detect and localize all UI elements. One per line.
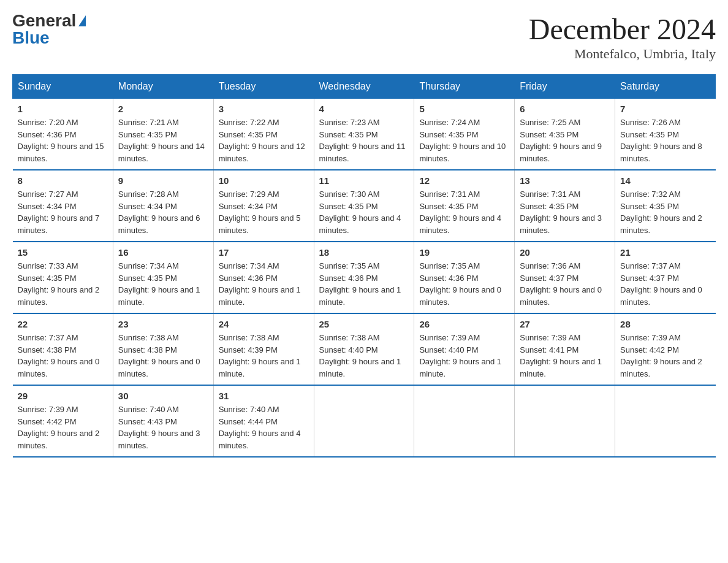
- calendar-cell: [515, 385, 615, 457]
- day-number: 17: [219, 247, 309, 258]
- calendar-cell: [615, 385, 716, 457]
- logo-blue-text: Blue: [12, 29, 50, 47]
- calendar-cell: 12 Sunrise: 7:31 AMSunset: 4:35 PMDaylig…: [414, 170, 515, 242]
- calendar-cell: 2 Sunrise: 7:21 AMSunset: 4:35 PMDayligh…: [113, 99, 213, 170]
- page-header: General Blue December 2024 Montefalco, U…: [12, 12, 716, 62]
- day-info: Sunrise: 7:26 AMSunset: 4:35 PMDaylight:…: [620, 118, 702, 163]
- calendar-cell: 28 Sunrise: 7:39 AMSunset: 4:42 PMDaylig…: [615, 313, 716, 385]
- calendar-cell: [314, 385, 414, 457]
- day-info: Sunrise: 7:37 AMSunset: 4:38 PMDaylight:…: [18, 333, 100, 378]
- header-row: Sunday Monday Tuesday Wednesday Thursday…: [13, 75, 716, 99]
- calendar-body: 1 Sunrise: 7:20 AMSunset: 4:36 PMDayligh…: [13, 99, 716, 458]
- calendar-week-2: 8 Sunrise: 7:27 AMSunset: 4:34 PMDayligh…: [13, 170, 716, 242]
- day-number: 12: [419, 175, 509, 186]
- day-number: 10: [219, 175, 309, 186]
- day-info: Sunrise: 7:39 AMSunset: 4:41 PMDaylight:…: [520, 333, 602, 378]
- day-number: 11: [319, 175, 409, 186]
- location-subtitle: Montefalco, Umbria, Italy: [529, 46, 716, 62]
- day-info: Sunrise: 7:39 AMSunset: 4:40 PMDaylight:…: [419, 333, 501, 378]
- calendar-cell: 19 Sunrise: 7:35 AMSunset: 4:36 PMDaylig…: [414, 242, 515, 313]
- calendar-cell: 11 Sunrise: 7:30 AMSunset: 4:35 PMDaylig…: [314, 170, 414, 242]
- calendar-cell: 29 Sunrise: 7:39 AMSunset: 4:42 PMDaylig…: [13, 385, 113, 457]
- calendar-cell: 31 Sunrise: 7:40 AMSunset: 4:44 PMDaylig…: [213, 385, 314, 457]
- day-info: Sunrise: 7:39 AMSunset: 4:42 PMDaylight:…: [620, 333, 702, 378]
- header-saturday: Saturday: [615, 75, 716, 99]
- day-info: Sunrise: 7:40 AMSunset: 4:44 PMDaylight:…: [219, 405, 301, 450]
- day-number: 26: [419, 319, 509, 329]
- day-info: Sunrise: 7:38 AMSunset: 4:38 PMDaylight:…: [118, 333, 200, 378]
- day-number: 3: [219, 104, 309, 114]
- day-number: 28: [620, 319, 710, 329]
- logo-general-text: General: [12, 12, 76, 29]
- day-number: 21: [620, 247, 710, 258]
- day-info: Sunrise: 7:30 AMSunset: 4:35 PMDaylight:…: [319, 190, 401, 235]
- calendar-week-3: 15 Sunrise: 7:33 AMSunset: 4:35 PMDaylig…: [13, 242, 716, 313]
- calendar-cell: 25 Sunrise: 7:38 AMSunset: 4:40 PMDaylig…: [314, 313, 414, 385]
- day-number: 9: [118, 175, 208, 186]
- day-number: 18: [319, 247, 409, 258]
- calendar-cell: 15 Sunrise: 7:33 AMSunset: 4:35 PMDaylig…: [13, 242, 113, 313]
- title-area: December 2024 Montefalco, Umbria, Italy: [529, 12, 716, 62]
- logo: General Blue: [12, 12, 86, 47]
- day-info: Sunrise: 7:31 AMSunset: 4:35 PMDaylight:…: [419, 190, 501, 235]
- calendar-cell: 10 Sunrise: 7:29 AMSunset: 4:34 PMDaylig…: [213, 170, 314, 242]
- day-info: Sunrise: 7:34 AMSunset: 4:35 PMDaylight:…: [118, 261, 200, 307]
- day-info: Sunrise: 7:25 AMSunset: 4:35 PMDaylight:…: [520, 118, 602, 163]
- calendar-cell: 9 Sunrise: 7:28 AMSunset: 4:34 PMDayligh…: [113, 170, 213, 242]
- day-info: Sunrise: 7:37 AMSunset: 4:37 PMDaylight:…: [620, 261, 702, 307]
- day-number: 25: [319, 319, 409, 329]
- month-year-title: December 2024: [529, 12, 716, 46]
- calendar-cell: 16 Sunrise: 7:34 AMSunset: 4:35 PMDaylig…: [113, 242, 213, 313]
- calendar-cell: 23 Sunrise: 7:38 AMSunset: 4:38 PMDaylig…: [113, 313, 213, 385]
- day-number: 2: [118, 104, 208, 114]
- day-info: Sunrise: 7:40 AMSunset: 4:43 PMDaylight:…: [118, 405, 200, 450]
- day-info: Sunrise: 7:35 AMSunset: 4:36 PMDaylight:…: [419, 261, 501, 307]
- day-number: 24: [219, 319, 309, 329]
- day-info: Sunrise: 7:36 AMSunset: 4:37 PMDaylight:…: [520, 261, 602, 307]
- day-info: Sunrise: 7:20 AMSunset: 4:36 PMDaylight:…: [18, 118, 104, 163]
- day-info: Sunrise: 7:35 AMSunset: 4:36 PMDaylight:…: [319, 261, 401, 307]
- day-number: 20: [520, 247, 610, 258]
- day-number: 30: [118, 391, 208, 401]
- calendar-cell: 20 Sunrise: 7:36 AMSunset: 4:37 PMDaylig…: [515, 242, 615, 313]
- day-number: 4: [319, 104, 409, 114]
- day-info: Sunrise: 7:38 AMSunset: 4:39 PMDaylight:…: [219, 333, 301, 378]
- calendar-cell: 5 Sunrise: 7:24 AMSunset: 4:35 PMDayligh…: [414, 99, 515, 170]
- day-info: Sunrise: 7:38 AMSunset: 4:40 PMDaylight:…: [319, 333, 401, 378]
- calendar-cell: 6 Sunrise: 7:25 AMSunset: 4:35 PMDayligh…: [515, 99, 615, 170]
- day-number: 13: [520, 175, 610, 186]
- header-friday: Friday: [515, 75, 615, 99]
- day-number: 29: [18, 391, 108, 401]
- day-number: 14: [620, 175, 710, 186]
- calendar-table: Sunday Monday Tuesday Wednesday Thursday…: [12, 74, 716, 458]
- day-info: Sunrise: 7:31 AMSunset: 4:35 PMDaylight:…: [520, 190, 602, 235]
- calendar-cell: 1 Sunrise: 7:20 AMSunset: 4:36 PMDayligh…: [13, 99, 113, 170]
- day-info: Sunrise: 7:34 AMSunset: 4:36 PMDaylight:…: [219, 261, 301, 307]
- day-number: 19: [419, 247, 509, 258]
- day-info: Sunrise: 7:27 AMSunset: 4:34 PMDaylight:…: [18, 190, 100, 235]
- header-wednesday: Wednesday: [314, 75, 414, 99]
- calendar-cell: 8 Sunrise: 7:27 AMSunset: 4:34 PMDayligh…: [13, 170, 113, 242]
- day-number: 23: [118, 319, 208, 329]
- header-monday: Monday: [113, 75, 213, 99]
- day-number: 22: [18, 319, 108, 329]
- day-info: Sunrise: 7:39 AMSunset: 4:42 PMDaylight:…: [18, 405, 100, 450]
- day-number: 7: [620, 104, 710, 114]
- calendar-cell: 13 Sunrise: 7:31 AMSunset: 4:35 PMDaylig…: [515, 170, 615, 242]
- header-thursday: Thursday: [414, 75, 515, 99]
- day-number: 27: [520, 319, 610, 329]
- calendar-header: Sunday Monday Tuesday Wednesday Thursday…: [13, 75, 716, 99]
- calendar-cell: [414, 385, 515, 457]
- calendar-cell: 3 Sunrise: 7:22 AMSunset: 4:35 PMDayligh…: [213, 99, 314, 170]
- calendar-cell: 24 Sunrise: 7:38 AMSunset: 4:39 PMDaylig…: [213, 313, 314, 385]
- calendar-cell: 22 Sunrise: 7:37 AMSunset: 4:38 PMDaylig…: [13, 313, 113, 385]
- calendar-cell: 18 Sunrise: 7:35 AMSunset: 4:36 PMDaylig…: [314, 242, 414, 313]
- day-info: Sunrise: 7:21 AMSunset: 4:35 PMDaylight:…: [118, 118, 205, 163]
- day-info: Sunrise: 7:32 AMSunset: 4:35 PMDaylight:…: [620, 190, 702, 235]
- day-info: Sunrise: 7:22 AMSunset: 4:35 PMDaylight:…: [219, 118, 305, 163]
- calendar-cell: 17 Sunrise: 7:34 AMSunset: 4:36 PMDaylig…: [213, 242, 314, 313]
- calendar-cell: 4 Sunrise: 7:23 AMSunset: 4:35 PMDayligh…: [314, 99, 414, 170]
- calendar-week-4: 22 Sunrise: 7:37 AMSunset: 4:38 PMDaylig…: [13, 313, 716, 385]
- calendar-cell: 30 Sunrise: 7:40 AMSunset: 4:43 PMDaylig…: [113, 385, 213, 457]
- day-number: 1: [18, 104, 108, 114]
